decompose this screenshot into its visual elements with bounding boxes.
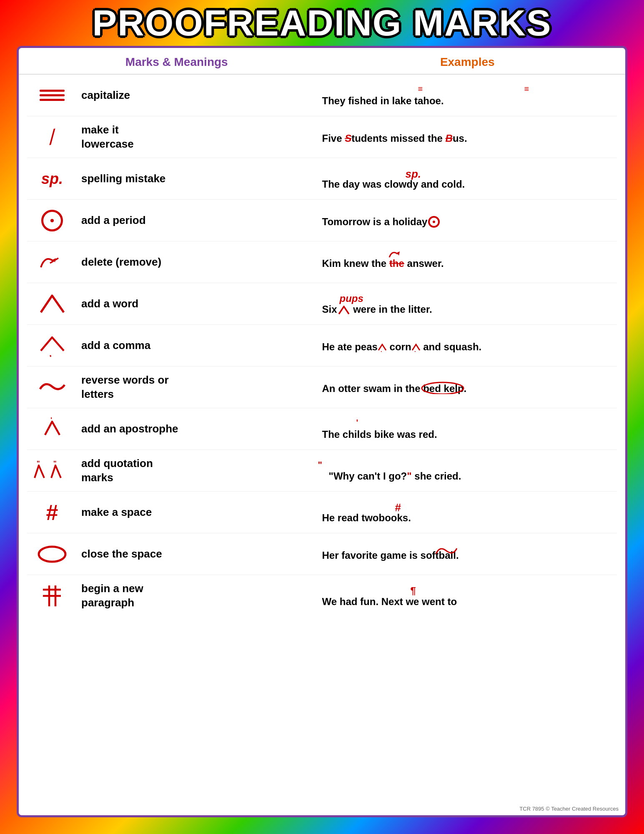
left-period: add a period xyxy=(31,210,322,231)
example-spelling: sp. The day was clowdy and cold. xyxy=(322,165,613,192)
label-space: make a space xyxy=(81,505,152,520)
row-period: add a period Tomorrow is a holiday xyxy=(27,200,617,241)
row-apostrophe: ' add an apostrophe ' The childs bike wa… xyxy=(27,408,617,450)
period-dot xyxy=(50,219,54,222)
annotation-quote-open: " xyxy=(318,457,322,472)
symbol-capitalize xyxy=(31,90,73,101)
svg-text:": " xyxy=(37,460,40,467)
symbol-delete xyxy=(31,251,73,274)
page-title: PROOFREADING MARKS xyxy=(93,2,552,44)
row-reverse: reverse words orletters An otter swam in… xyxy=(27,367,617,408)
left-paragraph: begin a newparagraph xyxy=(31,581,322,610)
three-lines-symbol xyxy=(40,90,65,101)
label-apostrophe: add an apostrophe xyxy=(81,422,178,436)
row-close-space: close the space Her favorite game is sof… xyxy=(27,533,617,575)
cap-line-2 xyxy=(40,94,65,96)
paragraph-icon xyxy=(37,581,68,610)
label-lowercase: make itlowercase xyxy=(81,123,134,151)
annotation-spelling: sp. xyxy=(406,166,421,183)
quote-icon: " " xyxy=(33,459,72,482)
symbol-apostrophe: ' xyxy=(31,417,73,440)
symbol-quotation: " " xyxy=(31,459,73,482)
symbol-paragraph xyxy=(31,581,73,610)
example-lowercase: Five Students missed the Bus. xyxy=(322,127,613,146)
marks-column-header: Marks & Meanings xyxy=(31,55,322,69)
caret-large-icon xyxy=(37,292,68,315)
left-space: # make a space xyxy=(31,502,322,523)
left-reverse: reverse words orletters xyxy=(31,373,322,402)
hash-icon: # xyxy=(46,502,58,523)
cap-line-3 xyxy=(40,99,65,101)
footer: TCR 7895 © Teacher Created Resources xyxy=(519,806,619,812)
row-quotation: " " add quotationmarks " "Why can't I go… xyxy=(27,450,617,492)
left-delete: delete (remove) xyxy=(31,251,322,274)
comma-caret-1: , xyxy=(378,344,387,352)
cap-line-1 xyxy=(40,90,65,92)
example-paragraph: ¶ We had fun. Next we went to xyxy=(322,582,613,610)
example-period: Tomorrow is a holiday xyxy=(322,211,613,230)
tilde-icon xyxy=(37,376,68,399)
row-add-comma: , add a comma He ate peas, corn, and squ… xyxy=(27,325,617,367)
symbol-reverse xyxy=(31,376,73,399)
symbol-period xyxy=(31,210,73,231)
label-quotation: add quotationmarks xyxy=(81,457,153,485)
comma-caret-2: , xyxy=(411,344,421,352)
annotation-paragraph: ¶ xyxy=(411,583,416,599)
close-space-oval-example xyxy=(434,543,459,559)
example-capitalize: ≡ ≡ They fished in lake tahoe. xyxy=(322,81,613,109)
left-apostrophe: ' add an apostrophe xyxy=(31,417,322,440)
example-space: # He read twobooks. xyxy=(322,498,613,526)
left-close-space: close the space xyxy=(31,544,322,565)
caret-comma-icon: , xyxy=(37,334,68,357)
example-delete: Kim knew the the answer. xyxy=(322,252,613,271)
svg-point-8 xyxy=(39,547,65,562)
content-panel: Marks & Meanings Examples capitalize ≡ ≡… xyxy=(17,46,627,817)
annotation-space: # xyxy=(395,499,401,517)
symbol-spelling: sp. xyxy=(31,170,73,188)
sp-icon: sp. xyxy=(41,170,63,188)
example-apostrophe: ' The childs bike was red. xyxy=(322,415,613,442)
svg-point-4 xyxy=(422,382,464,394)
left-spelling: sp. spelling mistake xyxy=(31,170,322,188)
label-add-comma: add a comma xyxy=(81,339,150,353)
period-circle-icon xyxy=(41,210,63,231)
row-paragraph: begin a newparagraph ¶ We had fun. Next … xyxy=(27,575,617,617)
label-paragraph: begin a newparagraph xyxy=(81,582,143,610)
svg-text:,: , xyxy=(414,347,416,352)
left-capitalize: capitalize xyxy=(31,88,322,103)
example-add-comma: He ate peas, corn, and squash. xyxy=(322,336,613,355)
row-add-word: add a word pups Six were in the litter. xyxy=(27,283,617,325)
label-delete: delete (remove) xyxy=(81,255,161,269)
svg-text:": " xyxy=(53,460,57,467)
label-close-space: close the space xyxy=(81,547,162,561)
left-add-word: add a word xyxy=(31,292,322,315)
svg-text:': ' xyxy=(50,417,52,424)
example-reverse: An otter swam in the bed kelp . xyxy=(322,377,613,397)
symbol-space: # xyxy=(31,502,73,523)
row-capitalize: capitalize ≡ ≡ They fished in lake tahoe… xyxy=(27,75,617,116)
row-spelling: sp. spelling mistake sp. The day was clo… xyxy=(27,158,617,200)
svg-text:,: , xyxy=(381,347,382,352)
label-add-word: add a word xyxy=(81,297,138,311)
reverse-oval-example xyxy=(420,379,466,394)
delete-icon xyxy=(37,251,68,274)
annotation-capitalize: ≡ ≡ xyxy=(418,82,542,95)
label-spelling: spelling mistake xyxy=(81,172,165,186)
annotation-apostrophe: ' xyxy=(356,416,358,429)
left-quotation: " " add quotationmarks xyxy=(31,457,322,485)
row-space: # make a space # He read twobooks. xyxy=(27,492,617,533)
delete-mark-example xyxy=(387,248,408,260)
label-reverse: reverse words orletters xyxy=(81,373,169,402)
left-lowercase: / make itlowercase xyxy=(31,123,322,151)
example-add-word: pups Six were in the litter. xyxy=(322,290,613,317)
example-quotation: " "Why can't I go?" she cried. xyxy=(322,457,613,484)
caret-example-icon xyxy=(338,306,350,315)
column-headers: Marks & Meanings Examples xyxy=(19,48,625,75)
svg-text:,: , xyxy=(49,348,52,357)
oval-icon xyxy=(37,544,68,565)
symbol-lowercase: / xyxy=(31,127,73,148)
label-capitalize: capitalize xyxy=(81,88,130,103)
left-add-comma: , add a comma xyxy=(31,334,322,357)
apostrophe-icon: ' xyxy=(37,417,68,440)
row-lowercase: / make itlowercase Five Students missed … xyxy=(27,116,617,158)
